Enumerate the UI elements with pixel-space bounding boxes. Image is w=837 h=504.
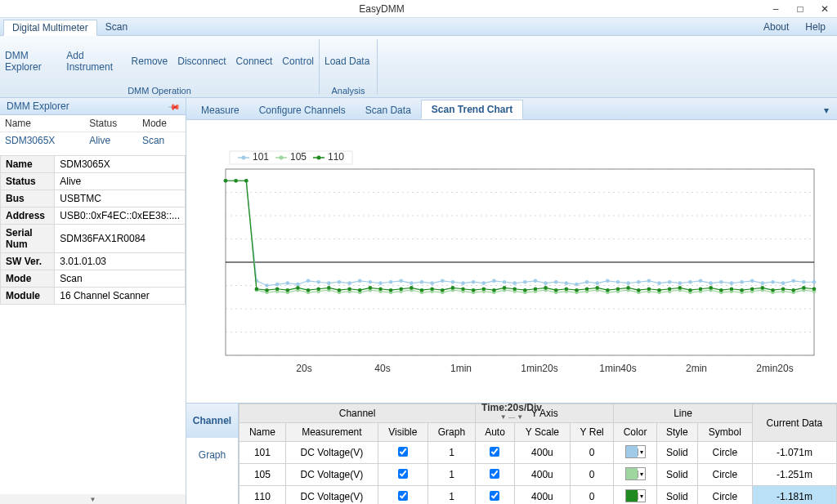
channel-row[interactable]: 101DC Voltage(V)1400u0▾SolidCircle-1.071… xyxy=(239,442,837,464)
svg-point-49 xyxy=(554,280,558,284)
svg-point-48 xyxy=(544,281,548,285)
svg-point-167 xyxy=(575,288,579,292)
cell-yrel[interactable]: 0 xyxy=(571,442,614,464)
tab-configure-channels[interactable]: Configure Channels xyxy=(249,101,356,119)
help-link[interactable]: Help xyxy=(797,20,834,34)
svg-point-71 xyxy=(781,281,786,285)
instrument-row[interactable]: SDM3065XAliveScan xyxy=(0,132,186,149)
svg-text:40s: 40s xyxy=(374,363,390,374)
svg-text:1min40s: 1min40s xyxy=(599,363,636,374)
cell-visible[interactable] xyxy=(378,442,427,464)
sidetab-graph[interactable]: Graph xyxy=(186,438,238,472)
cell-graph[interactable]: 1 xyxy=(427,486,476,505)
tab-measure[interactable]: Measure xyxy=(191,101,249,119)
channel-row[interactable]: 110DC Voltage(V)1400u0▾SolidCircle-1.181… xyxy=(239,486,837,505)
ribbon-btn-remove[interactable]: Remove xyxy=(127,52,173,70)
trend-chart[interactable]: 20s40s1min1min20s1min40s2min2min20s10110… xyxy=(201,128,822,399)
cell-style[interactable]: Solid xyxy=(656,486,697,505)
cell-yscale[interactable]: 400u xyxy=(514,486,570,505)
cell-yscale[interactable]: 400u xyxy=(514,464,570,486)
collapse-handle[interactable]: ▼ xyxy=(0,494,186,504)
cell-auto[interactable] xyxy=(476,486,515,505)
cell-graph[interactable]: 1 xyxy=(427,442,476,464)
cell-graph[interactable]: 1 xyxy=(427,464,476,486)
svg-point-145 xyxy=(347,287,351,291)
svg-point-193 xyxy=(242,156,246,160)
cell-symbol[interactable]: Circle xyxy=(697,486,752,505)
col-auto: Auto xyxy=(476,423,515,442)
cell-color[interactable]: ▾ xyxy=(614,486,657,505)
tab-scan-data[interactable]: Scan Data xyxy=(356,101,421,119)
maximize-button[interactable]: □ xyxy=(788,3,812,15)
svg-point-169 xyxy=(595,286,599,290)
close-button[interactable]: ✕ xyxy=(812,3,837,15)
ribbon-group-label-dmm: DMM Operation xyxy=(0,86,319,97)
dmm-explorer-header: DMM Explorer 📌 xyxy=(0,98,186,115)
cell-style[interactable]: Solid xyxy=(656,442,697,464)
ribbon-btn-dmm-explorer[interactable]: DMM Explorer xyxy=(0,47,61,76)
prop-value: USBTMC xyxy=(55,190,186,207)
cell-symbol[interactable]: Circle xyxy=(697,442,752,464)
cell-yscale[interactable]: 400u xyxy=(514,442,570,464)
cell-auto[interactable] xyxy=(476,442,515,464)
svg-point-22 xyxy=(275,283,280,287)
svg-point-44 xyxy=(503,280,507,284)
svg-point-65 xyxy=(719,280,723,284)
menu-tab-digital-multimeter[interactable]: Digital Multimeter xyxy=(3,20,97,36)
channel-row[interactable]: 105DC Voltage(V)1400u0▾SolidCircle-1.251… xyxy=(239,464,837,486)
svg-point-162 xyxy=(523,288,527,292)
ribbon-btn-add-instrument[interactable]: Add Instrument xyxy=(61,47,126,76)
instrument-name[interactable]: SDM3065X xyxy=(0,132,84,149)
cell-color[interactable]: ▾ xyxy=(614,442,657,464)
cell-yrel[interactable]: 0 xyxy=(571,464,614,486)
svg-point-157 xyxy=(472,288,476,292)
col-name: Name xyxy=(239,423,286,442)
svg-point-164 xyxy=(544,286,548,290)
svg-point-174 xyxy=(647,287,651,291)
svg-point-171 xyxy=(616,287,620,291)
svg-point-184 xyxy=(750,287,754,291)
ribbon-btn-disconnect[interactable]: Disconnect xyxy=(172,52,231,70)
svg-point-57 xyxy=(637,280,641,284)
cell-symbol[interactable]: Circle xyxy=(697,464,752,486)
minimize-button[interactable]: – xyxy=(763,3,788,15)
svg-point-56 xyxy=(626,281,630,285)
ribbon: DMM ExplorerAdd InstrumentRemoveDisconne… xyxy=(0,36,837,98)
menu-tabs: Digital MultimeterScan xyxy=(3,21,136,33)
cell-style[interactable]: Solid xyxy=(656,464,697,486)
cell-auto[interactable] xyxy=(476,464,515,486)
menu-tab-scan[interactable]: Scan xyxy=(97,20,136,34)
chart-overflow-handle[interactable]: ▼ ― ▼ xyxy=(201,413,822,423)
svg-point-182 xyxy=(730,287,734,291)
cell-yrel[interactable]: 0 xyxy=(571,486,614,505)
col-y-scale: Y Scale xyxy=(514,423,570,442)
svg-text:105: 105 xyxy=(290,151,307,163)
svg-point-136 xyxy=(255,287,259,291)
tab-dropdown-icon[interactable]: ▾ xyxy=(821,101,832,119)
tab-scan-trend-chart[interactable]: Scan Trend Chart xyxy=(421,100,523,119)
cell-color[interactable]: ▾ xyxy=(614,464,657,486)
dmm-explorer-title: DMM Explorer xyxy=(7,100,69,112)
cell-meas: DC Voltage(V) xyxy=(285,464,378,486)
ribbon-btn-load-data[interactable]: Load Data xyxy=(320,52,374,70)
pin-icon[interactable]: 📌 xyxy=(168,100,181,113)
svg-point-73 xyxy=(802,280,806,284)
cell-visible[interactable] xyxy=(378,486,427,505)
cell-visible[interactable] xyxy=(378,464,427,486)
svg-point-150 xyxy=(399,287,403,291)
ribbon-btn-connect[interactable]: Connect xyxy=(231,52,278,70)
svg-point-53 xyxy=(595,281,599,285)
svg-point-180 xyxy=(709,286,713,290)
chevron-down-icon[interactable]: ▾ xyxy=(638,448,645,456)
svg-point-142 xyxy=(316,287,320,291)
about-link[interactable]: About xyxy=(755,20,797,34)
svg-point-51 xyxy=(575,283,579,287)
svg-text:110: 110 xyxy=(328,151,344,163)
svg-point-133 xyxy=(224,179,228,183)
svg-point-66 xyxy=(730,281,734,285)
chevron-down-icon[interactable]: ▾ xyxy=(638,471,645,478)
svg-point-70 xyxy=(771,280,775,284)
chevron-down-icon[interactable]: ▾ xyxy=(638,493,645,500)
svg-point-21 xyxy=(265,283,269,288)
ribbon-btn-control[interactable]: Control xyxy=(277,52,319,70)
